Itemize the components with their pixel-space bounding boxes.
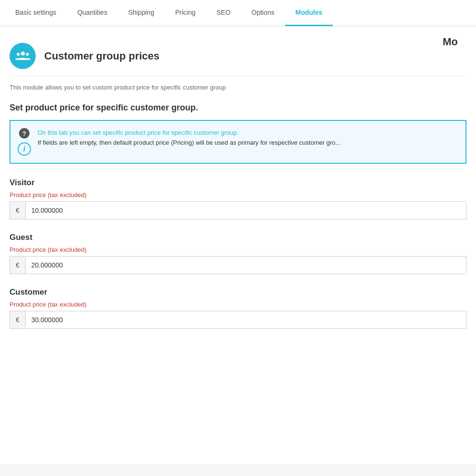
- info-icons: ? i: [18, 128, 31, 156]
- section-heading: Set product price for specific customer …: [10, 103, 466, 113]
- tab-shipping[interactable]: Shipping: [118, 0, 165, 26]
- price-group-visitor: Visitor Product price (tax excluded) €: [10, 178, 466, 219]
- tab-seo[interactable]: SEO: [206, 0, 241, 26]
- info-line1: On this tab you can set specific product…: [38, 128, 340, 138]
- tab-basic-settings[interactable]: Basic settings: [5, 0, 67, 26]
- price-input-row-visitor: €: [10, 201, 466, 219]
- field-label-guest: Product price (tax excluded): [10, 246, 466, 253]
- info-line1-text: On this tab you can set specific product…: [38, 129, 238, 136]
- tab-bar: Basic settingsQuantitiesShippingPricingS…: [0, 0, 476, 26]
- field-label-visitor: Product price (tax excluded): [10, 191, 466, 198]
- price-input-guest[interactable]: [26, 257, 466, 274]
- info-icon: i: [18, 142, 31, 156]
- right-panel-label: Mo: [443, 36, 476, 48]
- tab-options[interactable]: Options: [241, 0, 285, 26]
- price-input-row-customer: €: [10, 311, 466, 329]
- module-header: Customer group prices: [10, 36, 466, 77]
- info-text-block: On this tab you can set specific product…: [38, 128, 340, 148]
- tab-pricing[interactable]: Pricing: [165, 0, 206, 26]
- price-group-customer: Customer Product price (tax excluded) €: [10, 288, 466, 329]
- price-input-customer[interactable]: [26, 311, 466, 328]
- currency-symbol-visitor: €: [10, 202, 26, 219]
- svg-point-1: [17, 52, 20, 55]
- price-group-guest: Guest Product price (tax excluded) €: [10, 233, 466, 274]
- price-input-row-guest: €: [10, 256, 466, 274]
- main-content: Mo Customer group prices This module all…: [0, 26, 476, 464]
- group-name-customer: Customer: [10, 288, 466, 297]
- svg-point-0: [21, 51, 25, 55]
- module-icon: [10, 43, 36, 69]
- currency-symbol-customer: €: [10, 311, 26, 328]
- price-input-visitor[interactable]: [26, 202, 466, 219]
- info-line2: If fields are left empty, then default p…: [38, 138, 340, 148]
- question-icon: ?: [19, 128, 30, 139]
- tab-quantities[interactable]: Quantities: [67, 0, 118, 26]
- right-panel-stub: Mo: [438, 36, 476, 48]
- module-title: Customer group prices: [44, 50, 159, 62]
- group-name-visitor: Visitor: [10, 178, 466, 188]
- tab-modules[interactable]: Modules: [285, 0, 333, 26]
- module-description: This module allows you to set custom pro…: [10, 84, 466, 91]
- svg-point-2: [26, 52, 29, 55]
- group-icon: [15, 49, 30, 64]
- currency-symbol-guest: €: [10, 257, 26, 274]
- description-text: This module allows you to set custom pro…: [10, 84, 226, 91]
- field-label-customer: Product price (tax excluded): [10, 301, 466, 308]
- price-groups-container: Visitor Product price (tax excluded) € G…: [10, 178, 466, 329]
- info-box: ? i On this tab you can set specific pro…: [10, 120, 466, 164]
- group-name-guest: Guest: [10, 233, 466, 242]
